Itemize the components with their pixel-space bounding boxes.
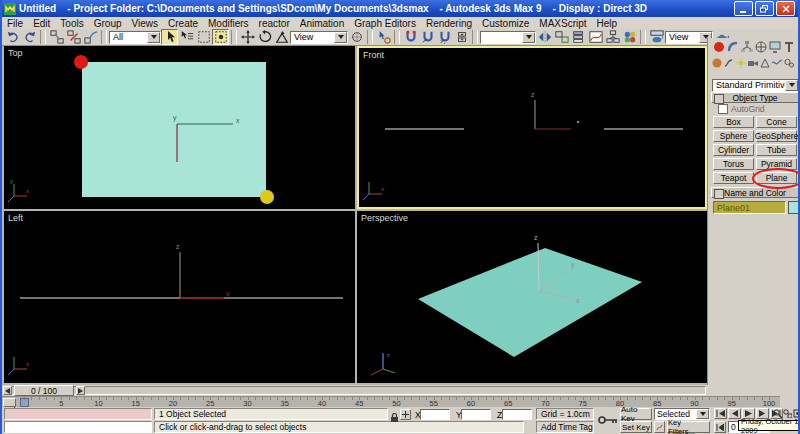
window-crossing-toggle[interactable] (212, 29, 229, 45)
minimize-button[interactable] (734, 1, 753, 16)
snap-toggle-3d-button[interactable] (402, 29, 419, 45)
add-time-tag-button[interactable]: Add Time Tag (536, 421, 594, 433)
redo-button[interactable] (21, 29, 38, 45)
menu-reactor[interactable]: reactor (254, 18, 295, 29)
category-cameras[interactable] (747, 57, 758, 69)
object-type-button-teapot[interactable]: Teapot (713, 172, 754, 184)
schematic-view-button[interactable] (604, 29, 621, 45)
time-slider-handle[interactable]: 0 / 100 (14, 385, 74, 396)
selection-lock-toggle[interactable] (390, 409, 399, 421)
menu-views[interactable]: Views (127, 18, 164, 29)
track-bar[interactable]: 5101520253035404550556065707580859095100 (2, 396, 780, 407)
viewport-front[interactable]: Front z x (357, 46, 707, 209)
title-bar[interactable]: Untitled - Project Folder: C:\Documents … (2, 0, 798, 17)
percent-snap-button[interactable] (436, 29, 453, 45)
collapse-icon[interactable] (714, 189, 724, 199)
viewport-perspective[interactable]: Perspective z y x z (357, 211, 707, 383)
maxscript-mini-listener[interactable] (4, 408, 152, 420)
object-type-button-sphere[interactable]: Sphere (713, 130, 754, 142)
go-to-start-button[interactable] (714, 408, 727, 419)
render-scene-button[interactable] (648, 29, 665, 45)
viewport-left-label[interactable]: Left (8, 213, 23, 223)
previous-frame-arrow[interactable] (3, 386, 12, 395)
named-selection-sets-dropdown[interactable] (480, 31, 536, 44)
unlink-icon[interactable] (65, 29, 82, 45)
select-and-link-icon[interactable] (48, 29, 65, 45)
auto-key-button[interactable]: Auto Key (620, 408, 652, 420)
object-type-button-geosphere[interactable]: GeoSphere (756, 130, 797, 142)
object-type-button-box[interactable]: Box (713, 116, 754, 128)
tab-modify[interactable] (726, 40, 739, 54)
selection-filter-dropdown[interactable]: All (109, 31, 161, 44)
z-coordinate-input[interactable] (502, 409, 532, 420)
close-button[interactable] (776, 1, 795, 16)
chevron-down-icon[interactable] (522, 32, 535, 43)
viewport-front-label[interactable]: Front (363, 50, 384, 60)
mirror-button[interactable] (536, 29, 553, 45)
menu-rendering[interactable]: Rendering (421, 18, 477, 29)
tab-display[interactable] (768, 40, 781, 54)
category-shapes[interactable] (723, 57, 734, 69)
viewport-top-label[interactable]: Top (8, 48, 23, 58)
menu-modifiers[interactable]: Modifiers (203, 18, 254, 29)
y-coordinate-input[interactable] (461, 409, 491, 420)
viewport-perspective-label[interactable]: Perspective (361, 213, 408, 223)
object-type-button-torus[interactable]: Torus (713, 158, 754, 170)
category-geometry[interactable] (711, 57, 722, 69)
bind-to-spacewarp-icon[interactable] (82, 29, 99, 45)
object-type-button-cylinder[interactable]: Cylinder (713, 144, 754, 156)
align-button[interactable] (553, 29, 570, 45)
select-and-scale-button[interactable] (273, 29, 290, 45)
object-type-button-cone[interactable]: Cone (756, 116, 797, 128)
select-object-button[interactable] (161, 29, 178, 45)
menu-tools[interactable]: Tools (55, 18, 88, 29)
collapse-icon[interactable] (714, 94, 724, 104)
mini-curve-editor-button[interactable] (3, 398, 16, 407)
tab-hierarchy[interactable] (740, 40, 753, 54)
reference-coordinate-dropdown[interactable]: View (290, 31, 348, 44)
set-keys-key-icon[interactable] (598, 411, 618, 429)
object-type-button-tube[interactable]: Tube (756, 144, 797, 156)
new-key-icon[interactable] (654, 421, 665, 433)
select-and-rotate-button[interactable] (256, 29, 273, 45)
track-bar-ruler[interactable]: 5101520253035404550556065707580859095100 (17, 397, 779, 408)
tab-utilities[interactable] (782, 40, 795, 54)
layer-manager-button[interactable] (570, 29, 587, 45)
select-and-move-button[interactable] (239, 29, 256, 45)
spinner-snap-button[interactable] (453, 29, 470, 45)
menu-animation[interactable]: Animation (295, 18, 349, 29)
maxscript-listener-white[interactable] (4, 421, 152, 433)
selection-region-button[interactable] (195, 29, 212, 45)
time-slider-track[interactable] (3, 386, 706, 395)
object-color-swatch[interactable] (788, 201, 800, 214)
set-key-button[interactable]: Set Key (620, 421, 652, 433)
select-by-name-button[interactable] (178, 29, 195, 45)
category-systems[interactable] (783, 57, 794, 69)
key-mode-toggle-button[interactable] (714, 421, 726, 433)
menu-help[interactable]: Help (592, 18, 623, 29)
tab-motion[interactable] (754, 40, 767, 54)
menu-edit[interactable]: Edit (28, 18, 55, 29)
menu-maxscript[interactable]: MAXScript (534, 18, 591, 29)
absolute-offset-toggle[interactable] (400, 409, 411, 420)
viewport-top[interactable]: Top x y xy (4, 46, 355, 209)
object-type-rollout-header[interactable]: Object Type (711, 92, 799, 103)
primitive-category-dropdown[interactable]: Standard Primitives (712, 79, 799, 92)
chevron-down-icon[interactable] (147, 32, 160, 43)
x-coordinate-input[interactable] (420, 409, 450, 420)
menu-group[interactable]: Group (89, 18, 127, 29)
category-lights[interactable] (735, 57, 746, 69)
undo-button[interactable] (4, 29, 21, 45)
material-editor-button[interactable] (621, 29, 638, 45)
category-spacewarps[interactable] (771, 57, 782, 69)
render-type-dropdown[interactable]: View (665, 31, 713, 44)
category-helpers[interactable] (759, 57, 770, 69)
tab-create[interactable] (712, 40, 725, 54)
menu-customize[interactable]: Customize (477, 18, 534, 29)
menu-file[interactable]: File (2, 18, 28, 29)
restore-button[interactable] (755, 1, 774, 16)
object-name-input[interactable]: Plane01 (713, 201, 786, 214)
plane-object-perspective[interactable] (418, 248, 642, 357)
angle-snap-button[interactable] (419, 29, 436, 45)
use-pivot-center-button[interactable] (348, 29, 365, 45)
